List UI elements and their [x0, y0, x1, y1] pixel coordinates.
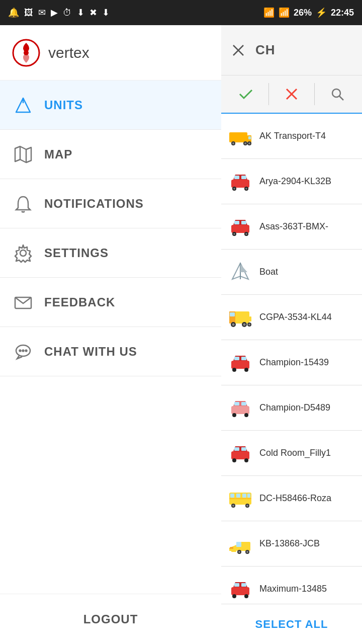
signal-icon: 📶: [279, 7, 290, 18]
close-button[interactable]: [225, 37, 251, 63]
status-icons: 🔔 🖼 ✉ ▶ ⏱ ⬇ ✖ ⬇: [8, 7, 110, 18]
panel-title: CH: [255, 42, 358, 58]
unit-name: Boat: [259, 267, 278, 277]
logo-row: vertex: [0, 25, 221, 80]
svg-point-18: [332, 89, 340, 97]
svg-rect-82: [236, 542, 241, 547]
svg-point-84: [238, 551, 240, 553]
unit-name: Asas-363T-BMX-: [259, 221, 328, 232]
unit-name: KB-13868-JCB: [259, 538, 320, 549]
svg-point-70: [244, 458, 248, 462]
svg-point-55: [248, 324, 250, 326]
svg-point-24: [232, 142, 234, 144]
svg-point-53: [243, 323, 246, 326]
svg-point-8: [20, 250, 26, 256]
battery-text: 26%: [294, 8, 312, 18]
svg-rect-74: [242, 494, 246, 498]
unit-item[interactable]: Boat: [221, 250, 362, 295]
svg-rect-68: [241, 447, 246, 451]
clock-icon: ⏱: [63, 8, 72, 18]
svg-rect-62: [234, 402, 239, 406]
mail-icon: [12, 291, 34, 313]
svg-point-64: [232, 413, 236, 417]
bus-icon: [227, 486, 253, 512]
svg-point-86: [246, 551, 248, 553]
svg-point-28: [248, 142, 250, 144]
svg-rect-67: [234, 447, 239, 451]
svg-point-26: [244, 142, 246, 144]
app-logo: [12, 39, 40, 67]
unit-name: Maximum-13485: [259, 584, 327, 594]
svg-point-13: [26, 350, 27, 351]
battery-icon: ⚡: [316, 7, 327, 18]
svg-rect-30: [234, 176, 239, 179]
svg-point-78: [232, 505, 234, 507]
svg-point-42: [245, 233, 247, 235]
action-divider-1: [268, 83, 269, 105]
svg-rect-31: [241, 176, 246, 179]
car-icon: [227, 214, 253, 240]
x-icon: ✖: [89, 7, 97, 18]
unit-item[interactable]: Maximum-13485: [221, 567, 362, 604]
download2-icon: ⬇: [102, 7, 110, 18]
svg-rect-89: [234, 583, 239, 587]
unit-name: CGPA-3534-KL44: [259, 312, 332, 323]
sidebar-item-chat[interactable]: CHAT WITH US: [0, 327, 221, 376]
sidebar-item-units[interactable]: UNITS: [0, 80, 221, 130]
svg-rect-29: [231, 180, 249, 188]
svg-rect-36: [231, 225, 249, 233]
svg-rect-88: [231, 587, 249, 595]
search-button[interactable]: [317, 79, 358, 109]
unit-item[interactable]: Arya-2904-KL32B: [221, 159, 362, 204]
gear-icon: [12, 242, 34, 264]
chat-icon: [12, 341, 34, 363]
app-name: vertex: [48, 44, 89, 61]
svg-rect-37: [234, 221, 239, 224]
svg-point-35: [245, 188, 247, 190]
unit-item[interactable]: Asas-363T-BMX-: [221, 204, 362, 250]
unit-item[interactable]: Champion-15439: [221, 340, 362, 385]
wifi-icon: 📶: [263, 7, 275, 18]
svg-rect-20: [229, 132, 247, 142]
navigation-icon: [12, 94, 34, 116]
svg-point-80: [246, 505, 248, 507]
unit-list: AK Transport-T4 Arya-2904-KL32B: [221, 114, 362, 604]
sidebar-item-map[interactable]: MAP: [0, 130, 221, 179]
svg-point-1: [24, 50, 29, 55]
sidebar-item-feedback[interactable]: FEEDBACK: [0, 278, 221, 327]
download-icon: ⬇: [77, 7, 84, 18]
logout-button[interactable]: LOGOUT: [0, 594, 221, 644]
select-all-button[interactable]: SELECT ALL: [221, 604, 362, 644]
svg-point-91: [232, 594, 236, 598]
cancel-button[interactable]: [271, 79, 312, 109]
action-row: [221, 75, 362, 114]
jcb-icon: [227, 531, 253, 557]
sidebar-item-settings[interactable]: SETTINGS: [0, 228, 221, 278]
unit-item[interactable]: CGPA-3534-KL44: [221, 295, 362, 340]
svg-rect-73: [236, 494, 240, 498]
car-icon: [227, 576, 253, 602]
unit-item[interactable]: Cold Room_Filly1: [221, 431, 362, 476]
svg-rect-63: [241, 402, 246, 406]
map-label: MAP: [44, 147, 72, 162]
confirm-button[interactable]: [225, 79, 266, 109]
svg-line-19: [339, 96, 343, 100]
unit-item[interactable]: AK Transport-T4: [221, 114, 362, 159]
svg-rect-57: [234, 357, 239, 360]
svg-rect-49: [249, 316, 251, 321]
unit-item[interactable]: KB-13868-JCB: [221, 521, 362, 567]
units-panel-header: CH: [221, 25, 362, 75]
sidebar-item-notifications[interactable]: NOTIFICATIONS: [0, 179, 221, 228]
unit-name: Arya-2904-KL32B: [259, 176, 331, 187]
svg-point-69: [232, 458, 236, 462]
svg-point-11: [20, 350, 21, 351]
units-panel: CH: [221, 25, 362, 644]
youtube-icon: ▶: [51, 7, 58, 18]
logout-label: LOGOUT: [83, 612, 138, 626]
unit-item[interactable]: Champion-D5489: [221, 385, 362, 431]
bell-icon: [12, 193, 34, 215]
truck-icon: [227, 123, 253, 149]
unit-item[interactable]: DC-H58466-Roza: [221, 476, 362, 521]
units-label: UNITS: [44, 98, 83, 112]
svg-rect-22: [248, 136, 251, 139]
